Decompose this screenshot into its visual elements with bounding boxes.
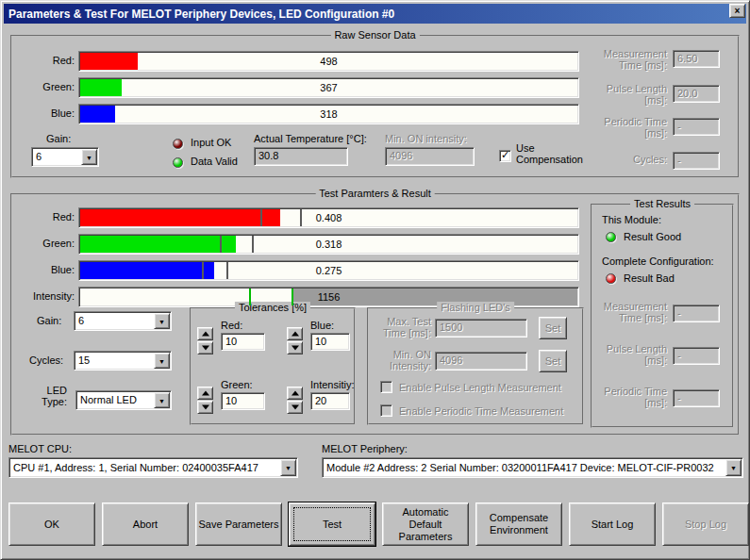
tolerance-red-label: Red: (221, 320, 242, 331)
raw-cycles-field: - (673, 152, 720, 170)
raw-periodic-time-field: - (673, 118, 720, 136)
result-periodic-time-value: - (677, 392, 681, 404)
dropdown-arrow-icon[interactable] (725, 459, 742, 476)
raw-measurement-time-value: 6.50 (677, 53, 697, 64)
raw-measurement-time-label: Measurement Time [ms]: (593, 48, 667, 71)
dropdown-arrow-icon[interactable] (154, 392, 170, 408)
test-intensity-label: Intensity: (8, 290, 75, 302)
start-log-button[interactable]: Start Log (569, 502, 656, 546)
test-red-label: Red: (8, 211, 75, 222)
led-type-combobox[interactable]: Normal LED (75, 390, 172, 410)
melot-periphery-value: Module #2 Address: 2 Serial Number: 0320… (326, 462, 725, 473)
abort-button[interactable]: Abort (102, 502, 189, 546)
melot-cpu-label: MELOT CPU: (8, 443, 72, 454)
raw-cycles-label: Cycles: (593, 154, 667, 165)
actual-temperature-field: 30.8 (254, 147, 348, 166)
led-type-value: Normal LED (80, 394, 153, 405)
actual-temperature-label: Actual Temperature [°C]: (254, 133, 367, 144)
dropdown-arrow-icon[interactable] (280, 459, 296, 476)
tolerance-red-up-button[interactable] (197, 327, 213, 340)
input-ok-label: Input OK (191, 137, 231, 148)
raw-blue-label: Blue: (8, 107, 75, 119)
window-title: Parameters & Test For MELOT Periphery De… (8, 8, 394, 21)
flashing-min-on-field: 4096 (435, 352, 527, 371)
tolerance-red-field[interactable]: 10 (221, 333, 265, 351)
led-type-label: LED Type: (29, 385, 67, 407)
tolerance-green-value: 10 (225, 395, 237, 406)
result-measurement-time-field: - (673, 305, 720, 322)
tolerance-blue-field[interactable]: 10 (310, 333, 350, 351)
result-good-led-icon (606, 232, 616, 242)
enable-periodic-time-checkbox (380, 404, 392, 417)
raw-green-bar: 367 (78, 77, 579, 98)
min-on-intensity-label: Min. ON intensity: (385, 133, 467, 144)
raw-group-title: Raw Sensor Data (330, 29, 419, 41)
max-test-time-value: 1500 (440, 321, 462, 333)
test-cycles-value: 15 (78, 354, 153, 366)
tolerance-green-up-button[interactable] (197, 387, 213, 400)
raw-gain-combobox[interactable]: 6 (31, 147, 99, 167)
use-compensation-label: Use Compensation (516, 142, 592, 165)
tolerance-red-down-button[interactable] (197, 341, 213, 354)
use-compensation-checkbox[interactable] (499, 150, 511, 162)
tolerance-intensity-field[interactable]: 20 (310, 392, 350, 410)
max-test-time-label: Max. Test Time [ms]: (373, 316, 431, 338)
dropdown-arrow-icon[interactable] (81, 149, 97, 165)
raw-pulse-length-label: Pulse Length [ms]: (593, 83, 667, 106)
melot-cpu-combobox[interactable]: CPU #1, Address: 1, Serial Number: 02400… (8, 457, 298, 478)
title-bar: Parameters & Test For MELOT Periphery De… (4, 4, 746, 24)
this-module-label: This Module: (602, 214, 661, 225)
tolerance-intensity-down-button[interactable] (287, 401, 303, 414)
test-cycles-combobox[interactable]: 15 (74, 351, 172, 371)
test-gain-label: Gain: (37, 315, 61, 326)
complete-configuration-label: Complete Configuration: (602, 255, 714, 267)
melot-periphery-combobox[interactable]: Module #2 Address: 2 Serial Number: 0320… (322, 457, 743, 478)
test-button[interactable]: Test (289, 502, 375, 546)
dialog-window: Parameters & Test For MELOT Periphery De… (0, 0, 750, 560)
flashing-min-on-value: 4096 (440, 354, 462, 366)
tolerance-blue-up-button[interactable] (287, 327, 303, 340)
result-periodic-time-label: Periodic Time [ms]: (593, 386, 667, 408)
dropdown-arrow-icon[interactable] (154, 313, 170, 329)
data-valid-led-icon (173, 157, 183, 168)
tolerance-red-value: 10 (225, 336, 237, 347)
data-valid-label: Data Valid (191, 156, 238, 167)
compensate-environment-button[interactable]: Compensate Environment (475, 502, 562, 546)
automatic-default-parameters-button[interactable]: Automatic Default Parameters (382, 502, 469, 546)
raw-pulse-length-value: 20.0 (677, 88, 697, 99)
test-green-label: Green: (8, 238, 75, 249)
raw-measurement-time-field: 6.50 (673, 50, 720, 68)
test-intensity-bar: 1156 (78, 287, 579, 307)
raw-blue-bar: 318 (78, 104, 579, 124)
flashing-min-on-set-button: Set (539, 350, 567, 372)
test-blue-bar: 0.275 (78, 260, 579, 281)
result-measurement-time-label: Measurement Time [ms]: (593, 301, 667, 323)
min-on-intensity-value: 4096 (390, 150, 412, 161)
enable-pulse-length-label: Enable Pulse Length Measurement (399, 382, 561, 393)
dropdown-arrow-icon[interactable] (154, 353, 170, 369)
max-test-time-field: 1500 (435, 319, 527, 338)
raw-cycles-value: - (677, 155, 681, 166)
min-on-intensity-field: 4096 (385, 147, 475, 166)
result-pulse-length-field: - (673, 347, 720, 365)
actual-temperature-value: 30.8 (258, 150, 278, 161)
test-red-bar: 0.408 (78, 207, 579, 228)
tolerance-intensity-up-button[interactable] (287, 387, 303, 400)
result-bad-led-icon (606, 273, 616, 284)
close-icon: × (735, 7, 741, 16)
result-measurement-time-value: - (677, 307, 681, 319)
save-parameters-button[interactable]: Save Parameters (195, 502, 282, 546)
tolerance-blue-down-button[interactable] (287, 341, 303, 354)
tolerance-blue-label: Blue: (310, 320, 334, 331)
test-gain-combobox[interactable]: 6 (74, 311, 172, 331)
raw-red-bar: 498 (78, 51, 579, 72)
raw-periodic-time-label: Periodic Time [ms]: (593, 116, 667, 139)
tolerance-green-down-button[interactable] (197, 401, 213, 414)
enable-pulse-length-checkbox (380, 381, 392, 393)
raw-periodic-time-value: - (677, 121, 681, 132)
max-test-time-set-button: Set (539, 317, 567, 339)
close-button[interactable]: × (729, 4, 745, 18)
test-results-title: Test Results (630, 198, 694, 209)
ok-button[interactable]: OK (8, 502, 95, 546)
tolerance-green-field[interactable]: 10 (221, 392, 265, 410)
